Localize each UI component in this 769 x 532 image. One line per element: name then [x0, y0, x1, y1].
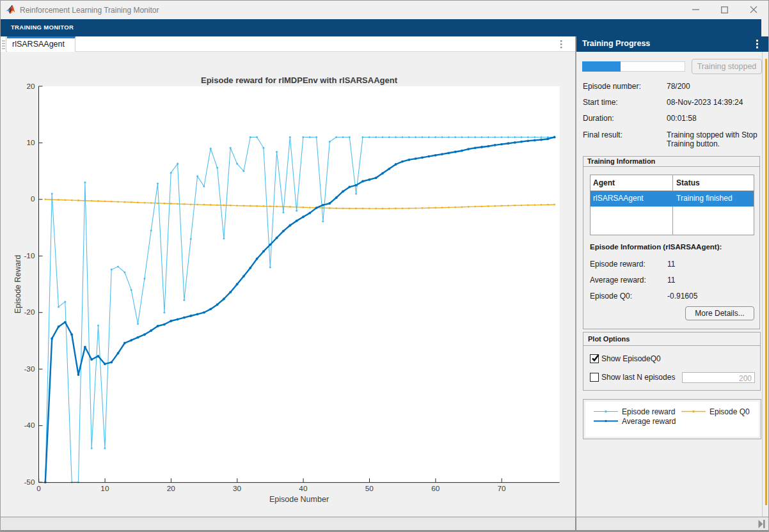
svg-text:10: 10 [100, 484, 109, 493]
svg-text:10: 10 [26, 138, 35, 147]
svg-text:20: 20 [26, 82, 35, 91]
svg-text:0: 0 [36, 484, 41, 493]
svg-text:-40: -40 [24, 421, 35, 430]
svg-text:-20: -20 [24, 308, 35, 317]
svg-text:70: 70 [497, 484, 506, 493]
svg-text:Episode Reward: Episode Reward [13, 255, 22, 314]
svg-text:Episode Number: Episode Number [269, 495, 329, 504]
svg-text:60: 60 [431, 484, 440, 493]
svg-text:-50: -50 [24, 478, 35, 487]
svg-text:30: 30 [233, 484, 242, 493]
svg-text:0: 0 [31, 194, 35, 203]
svg-text:20: 20 [167, 484, 176, 493]
svg-text:-30: -30 [24, 364, 35, 373]
svg-text:-10: -10 [24, 251, 35, 260]
svg-text:40: 40 [299, 484, 308, 493]
svg-text:Episode reward for rlMDPEnv wi: Episode reward for rlMDPEnv with rlSARSA… [201, 75, 398, 85]
svg-text:50: 50 [365, 484, 374, 493]
